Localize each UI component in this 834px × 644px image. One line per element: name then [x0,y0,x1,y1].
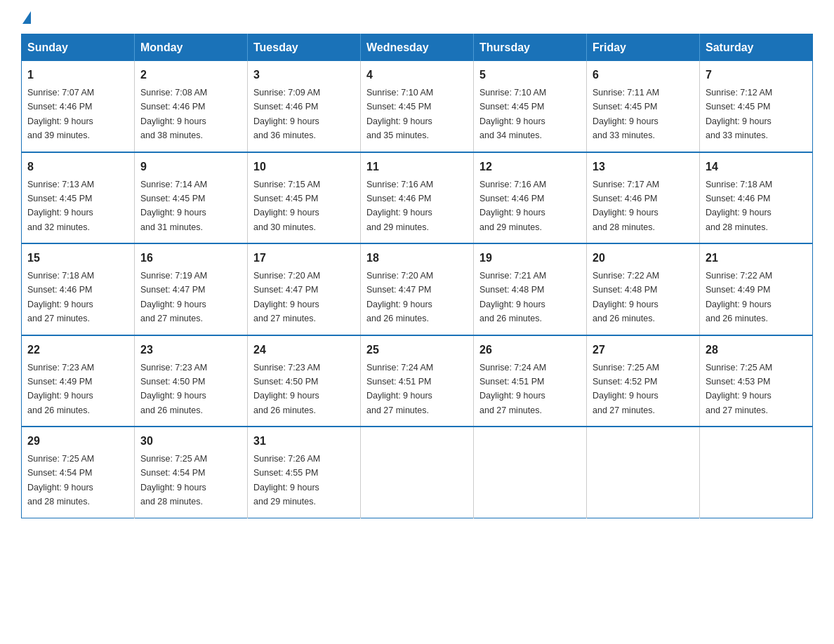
day-info: Sunrise: 7:26 AMSunset: 4:55 PMDaylight:… [253,454,320,507]
day-info: Sunrise: 7:22 AMSunset: 4:49 PMDaylight:… [706,271,772,323]
day-number: 3 [253,67,355,83]
day-info: Sunrise: 7:15 AMSunset: 4:45 PMDaylight:… [253,180,320,232]
day-number: 24 [253,342,355,358]
day-number: 9 [140,159,241,175]
day-info: Sunrise: 7:25 AMSunset: 4:52 PMDaylight:… [593,363,659,415]
calendar-cell: 5 Sunrise: 7:10 AMSunset: 4:45 PMDayligh… [474,61,587,152]
logo [21,14,31,27]
day-info: Sunrise: 7:23 AMSunset: 4:50 PMDaylight:… [253,363,320,415]
calendar-cell [700,427,813,518]
day-info: Sunrise: 7:13 AMSunset: 4:45 PMDaylight:… [27,180,94,232]
day-number: 20 [593,250,694,267]
calendar-week-1: 1 Sunrise: 7:07 AMSunset: 4:46 PMDayligh… [22,61,813,152]
day-info: Sunrise: 7:25 AMSunset: 4:53 PMDaylight:… [706,363,772,415]
calendar-cell: 25 Sunrise: 7:24 AMSunset: 4:51 PMDaylig… [361,335,474,427]
day-info: Sunrise: 7:24 AMSunset: 4:51 PMDaylight:… [479,363,546,415]
day-number: 25 [366,342,468,358]
calendar-cell: 24 Sunrise: 7:23 AMSunset: 4:50 PMDaylig… [248,335,361,427]
calendar-header-friday: Friday [587,34,700,62]
day-info: Sunrise: 7:25 AMSunset: 4:54 PMDaylight:… [27,454,94,507]
calendar-cell: 17 Sunrise: 7:20 AMSunset: 4:47 PMDaylig… [248,243,361,335]
calendar-cell: 18 Sunrise: 7:20 AMSunset: 4:47 PMDaylig… [361,243,474,335]
calendar-cell: 16 Sunrise: 7:19 AMSunset: 4:47 PMDaylig… [135,243,248,335]
day-info: Sunrise: 7:17 AMSunset: 4:46 PMDaylight:… [593,180,659,232]
calendar-cell: 30 Sunrise: 7:25 AMSunset: 4:54 PMDaylig… [135,427,248,518]
calendar-header-saturday: Saturday [700,34,813,62]
day-info: Sunrise: 7:23 AMSunset: 4:49 PMDaylight:… [27,363,94,415]
day-number: 2 [140,67,241,83]
day-number: 30 [140,433,241,450]
calendar-header-sunday: Sunday [22,34,135,62]
calendar-week-4: 22 Sunrise: 7:23 AMSunset: 4:49 PMDaylig… [22,335,813,427]
day-number: 12 [479,159,581,175]
calendar-cell [361,427,474,518]
calendar-cell: 7 Sunrise: 7:12 AMSunset: 4:45 PMDayligh… [700,61,813,152]
calendar-cell: 31 Sunrise: 7:26 AMSunset: 4:55 PMDaylig… [248,427,361,518]
calendar-cell: 9 Sunrise: 7:14 AMSunset: 4:45 PMDayligh… [135,152,248,244]
day-info: Sunrise: 7:21 AMSunset: 4:48 PMDaylight:… [479,271,546,323]
calendar-table: SundayMondayTuesdayWednesdayThursdayFrid… [21,34,813,518]
day-number: 11 [366,159,468,175]
day-info: Sunrise: 7:09 AMSunset: 4:46 PMDaylight:… [253,88,320,140]
day-info: Sunrise: 7:22 AMSunset: 4:48 PMDaylight:… [593,271,659,323]
calendar-cell: 15 Sunrise: 7:18 AMSunset: 4:46 PMDaylig… [22,243,135,335]
calendar-cell: 27 Sunrise: 7:25 AMSunset: 4:52 PMDaylig… [587,335,700,427]
day-info: Sunrise: 7:20 AMSunset: 4:47 PMDaylight:… [253,271,320,323]
page-header [21,14,813,27]
calendar-cell: 20 Sunrise: 7:22 AMSunset: 4:48 PMDaylig… [587,243,700,335]
calendar-header-monday: Monday [135,34,248,62]
day-info: Sunrise: 7:10 AMSunset: 4:45 PMDaylight:… [479,88,546,140]
day-number: 17 [253,250,355,267]
day-number: 18 [366,250,468,267]
day-info: Sunrise: 7:18 AMSunset: 4:46 PMDaylight:… [27,271,94,323]
calendar-cell: 19 Sunrise: 7:21 AMSunset: 4:48 PMDaylig… [474,243,587,335]
calendar-cell: 12 Sunrise: 7:16 AMSunset: 4:46 PMDaylig… [474,152,587,244]
day-info: Sunrise: 7:18 AMSunset: 4:46 PMDaylight:… [706,180,772,232]
calendar-cell: 26 Sunrise: 7:24 AMSunset: 4:51 PMDaylig… [474,335,587,427]
calendar-header-thursday: Thursday [474,34,587,62]
day-info: Sunrise: 7:25 AMSunset: 4:54 PMDaylight:… [140,454,207,507]
day-info: Sunrise: 7:14 AMSunset: 4:45 PMDaylight:… [140,180,207,232]
day-info: Sunrise: 7:20 AMSunset: 4:47 PMDaylight:… [366,271,433,323]
calendar-cell: 8 Sunrise: 7:13 AMSunset: 4:45 PMDayligh… [22,152,135,244]
calendar-cell: 29 Sunrise: 7:25 AMSunset: 4:54 PMDaylig… [22,427,135,518]
calendar-cell: 11 Sunrise: 7:16 AMSunset: 4:46 PMDaylig… [361,152,474,244]
calendar-cell [474,427,587,518]
day-info: Sunrise: 7:08 AMSunset: 4:46 PMDaylight:… [140,88,207,140]
calendar-cell [587,427,700,518]
calendar-cell: 2 Sunrise: 7:08 AMSunset: 4:46 PMDayligh… [135,61,248,152]
calendar-header-tuesday: Tuesday [248,34,361,62]
day-number: 22 [27,342,128,358]
day-number: 31 [253,433,355,450]
day-number: 7 [706,67,807,83]
day-number: 1 [27,67,128,83]
day-number: 13 [593,159,694,175]
calendar-week-3: 15 Sunrise: 7:18 AMSunset: 4:46 PMDaylig… [22,243,813,335]
day-info: Sunrise: 7:19 AMSunset: 4:47 PMDaylight:… [140,271,207,323]
calendar-cell: 28 Sunrise: 7:25 AMSunset: 4:53 PMDaylig… [700,335,813,427]
calendar-week-5: 29 Sunrise: 7:25 AMSunset: 4:54 PMDaylig… [22,427,813,518]
calendar-cell: 23 Sunrise: 7:23 AMSunset: 4:50 PMDaylig… [135,335,248,427]
day-number: 28 [706,342,807,358]
day-number: 10 [253,159,355,175]
calendar-week-2: 8 Sunrise: 7:13 AMSunset: 4:45 PMDayligh… [22,152,813,244]
day-number: 27 [593,342,694,358]
calendar-cell: 4 Sunrise: 7:10 AMSunset: 4:45 PMDayligh… [361,61,474,152]
calendar-cell: 3 Sunrise: 7:09 AMSunset: 4:46 PMDayligh… [248,61,361,152]
day-number: 26 [479,342,581,358]
day-info: Sunrise: 7:16 AMSunset: 4:46 PMDaylight:… [479,180,546,232]
day-number: 19 [479,250,581,267]
day-info: Sunrise: 7:11 AMSunset: 4:45 PMDaylight:… [593,88,659,140]
day-number: 21 [706,250,807,267]
day-number: 14 [706,159,807,175]
day-info: Sunrise: 7:12 AMSunset: 4:45 PMDaylight:… [706,88,772,140]
calendar-cell: 13 Sunrise: 7:17 AMSunset: 4:46 PMDaylig… [587,152,700,244]
calendar-cell: 10 Sunrise: 7:15 AMSunset: 4:45 PMDaylig… [248,152,361,244]
day-number: 15 [27,250,128,267]
day-number: 23 [140,342,241,358]
calendar-header-wednesday: Wednesday [361,34,474,62]
calendar-cell: 21 Sunrise: 7:22 AMSunset: 4:49 PMDaylig… [700,243,813,335]
calendar-cell: 1 Sunrise: 7:07 AMSunset: 4:46 PMDayligh… [22,61,135,152]
day-info: Sunrise: 7:24 AMSunset: 4:51 PMDaylight:… [366,363,433,415]
day-info: Sunrise: 7:23 AMSunset: 4:50 PMDaylight:… [140,363,207,415]
